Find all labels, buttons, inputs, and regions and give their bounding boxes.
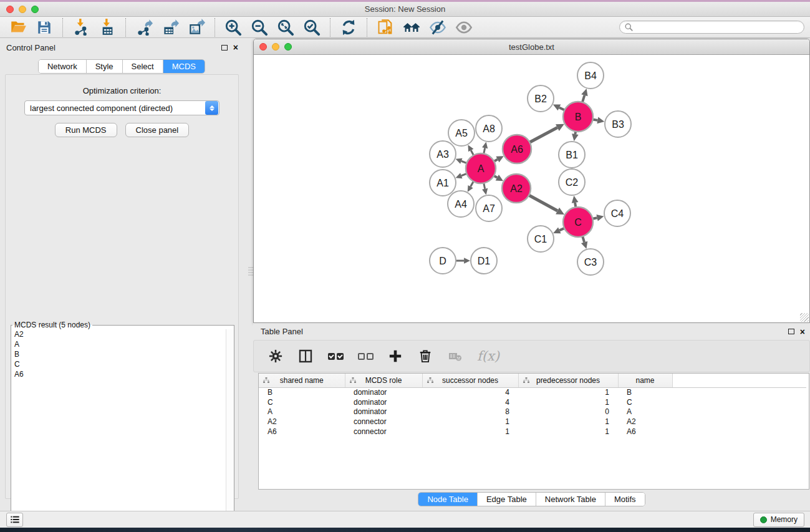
graph-edge-arrowhead: [581, 89, 587, 96]
graph-node-label: D1: [478, 256, 491, 266]
vertical-split-handle[interactable]: [248, 267, 253, 276]
close-panel-button[interactable]: Close panel: [125, 123, 190, 137]
table-row[interactable]: A6connector11A6: [259, 427, 806, 437]
criterion-dropdown-value: largest connected component (directed): [25, 104, 205, 113]
float-table-panel-icon[interactable]: [788, 329, 794, 334]
graph-edge-C-C3[interactable]: [582, 236, 584, 242]
graph-edge-arrowhead: [596, 215, 604, 221]
column-header[interactable]: successor nodes: [422, 374, 518, 387]
zoom-fit-icon[interactable]: [277, 19, 294, 36]
tab-motifs[interactable]: Motifs: [605, 493, 645, 506]
search-input[interactable]: [634, 22, 804, 32]
table-panel-title: Table Panel: [261, 327, 303, 336]
import-network-icon[interactable]: [72, 19, 90, 36]
tab-network[interactable]: Network: [39, 60, 87, 73]
mcds-result-item[interactable]: A6: [12, 369, 225, 379]
close-panel-icon[interactable]: ×: [233, 44, 238, 51]
node-table: shared nameMCDS rolesuccessor nodesprede…: [258, 373, 809, 490]
open-session-icon[interactable]: [9, 19, 27, 36]
graph-edge-A-A7[interactable]: [484, 183, 485, 189]
unselect-all-columns-icon[interactable]: [357, 348, 374, 364]
memory-button[interactable]: Memory: [753, 513, 804, 527]
column-header[interactable]: shared name: [259, 374, 345, 387]
graph-edge-A-A4[interactable]: [471, 181, 474, 186]
create-column-plus-icon[interactable]: [387, 348, 403, 364]
app-titlebar: Session: New Session: [0, 2, 810, 17]
table-cell: 1: [518, 387, 618, 397]
mcds-result-item[interactable]: A2: [12, 329, 225, 339]
mcds-result-title: MCDS result (5 nodes): [12, 321, 92, 329]
export-image-icon[interactable]: [188, 19, 205, 36]
table-cell: 0: [518, 407, 618, 417]
column-header[interactable]: predecessor nodes: [518, 374, 618, 387]
column-header[interactable]: name: [618, 374, 672, 387]
zoom-out-icon[interactable]: [251, 19, 268, 36]
table-row[interactable]: Cdominator41C: [259, 397, 806, 407]
table-row[interactable]: A2connector11A2: [259, 417, 806, 427]
zoom-selected-icon[interactable]: [303, 19, 321, 36]
new-network-from-file-icon[interactable]: [377, 19, 394, 36]
graph-edge-A-A1[interactable]: [461, 173, 467, 175]
graph-edge-arrowhead: [464, 258, 470, 263]
task-history-icon[interactable]: [6, 513, 23, 527]
export-table-icon[interactable]: [162, 19, 179, 36]
table-cell: B: [259, 387, 345, 397]
graph-edge-A-A5[interactable]: [471, 150, 473, 155]
mcds-result-item[interactable]: A: [12, 339, 225, 349]
column-header[interactable]: MCDS role: [345, 374, 422, 387]
mcds-result-item[interactable]: C: [12, 359, 225, 369]
tab-mcds[interactable]: MCDS: [163, 60, 205, 73]
graph-edge-arrowhead: [581, 241, 587, 249]
mcds-result-item[interactable]: B: [12, 349, 225, 359]
memory-status-icon: [760, 516, 767, 523]
table-row[interactable]: Bdominator41B: [259, 387, 806, 397]
table-cell: 1: [518, 427, 618, 437]
tab-select[interactable]: Select: [123, 60, 163, 73]
import-table-icon[interactable]: [99, 19, 116, 36]
graph-node-label: A6: [511, 144, 523, 155]
status-bar: Memory: [0, 511, 810, 528]
table-cell-empty: [672, 407, 806, 417]
tab-edge-table[interactable]: Edge Table: [478, 493, 536, 506]
graph-edge-A-A3[interactable]: [461, 161, 467, 163]
graph-edge-B-B2[interactable]: [559, 107, 565, 110]
hide-graphics-icon[interactable]: [429, 19, 446, 36]
tab-network-table[interactable]: Network Table: [536, 493, 605, 506]
optimization-criterion-label: Optimization criterion:: [6, 86, 238, 95]
graph-edge-A2-C[interactable]: [529, 195, 557, 211]
table-settings-gear-icon[interactable]: [268, 348, 284, 364]
table-cell: A2: [618, 417, 672, 427]
table-toolbar: f(x): [253, 340, 810, 372]
graph-edge-C-C1[interactable]: [559, 228, 564, 231]
graph-edge-arrowhead: [482, 142, 488, 149]
zoom-in-icon[interactable]: [224, 19, 242, 36]
window-resize-grip[interactable]: [800, 313, 809, 322]
first-neighbors-icon[interactable]: [403, 19, 420, 36]
close-table-panel-icon[interactable]: ×: [800, 329, 805, 335]
save-session-icon[interactable]: [36, 19, 53, 36]
table-cell: 4: [422, 387, 518, 397]
run-mcds-button[interactable]: Run MCDS: [55, 123, 117, 137]
refresh-layout-icon[interactable]: [340, 19, 357, 36]
toolbar-search: [619, 21, 804, 34]
graph-edge-A6-B[interactable]: [529, 128, 557, 143]
float-panel-icon[interactable]: [221, 45, 228, 51]
table-cell: 1: [422, 417, 518, 427]
tab-style[interactable]: Style: [87, 60, 123, 73]
graph-node-label: C: [574, 217, 582, 228]
criterion-dropdown[interactable]: largest connected component (directed): [24, 100, 219, 115]
graph-edge-A-A8[interactable]: [484, 148, 485, 153]
delete-column-trash-icon[interactable]: [417, 348, 433, 364]
function-builder-icon: f(x): [477, 348, 499, 364]
network-canvas[interactable]: AA1A2A3A4A5A6A7A8BB1B2B3B4CC1C2C3C4DD1: [254, 55, 809, 322]
table-panel-tabs: Node Table Edge Table Network Table Moti…: [418, 492, 645, 506]
graph-edge-B-B4[interactable]: [582, 95, 584, 102]
export-network-icon[interactable]: [135, 19, 153, 36]
result-list-scrollbar[interactable]: [226, 329, 234, 531]
column-header-empty: [672, 374, 806, 387]
show-column-panel-icon[interactable]: [297, 348, 314, 364]
table-row[interactable]: Adominator80A: [259, 407, 806, 417]
show-graphics-icon[interactable]: [455, 19, 473, 36]
select-all-columns-icon[interactable]: [327, 348, 344, 364]
tab-node-table[interactable]: Node Table: [418, 493, 478, 506]
